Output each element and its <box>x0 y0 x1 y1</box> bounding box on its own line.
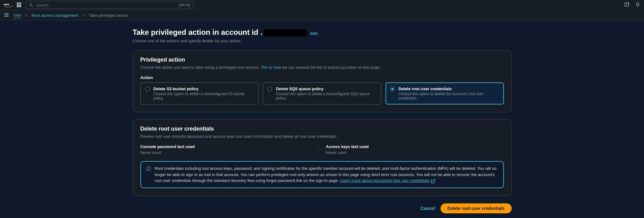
breadcrumb-iam[interactable]: IAM <box>14 13 21 18</box>
option-desc: Choose this option to delete a misconfig… <box>276 92 377 100</box>
breadcrumb-root-access[interactable]: Root access management <box>31 13 78 18</box>
option-title: Delete S3 bucket policy <box>153 86 254 91</box>
info-link[interactable]: Info <box>310 31 318 36</box>
info-alert: Root credentials including root access k… <box>140 161 504 188</box>
col-label: Console password last used <box>140 144 318 149</box>
learn-more-link[interactable]: Learn more about recovering root user cr… <box>340 178 435 183</box>
option-title: Delete SQS queue policy <box>276 86 377 91</box>
breadcrumb-bar: IAM Root access management Take privileg… <box>0 10 644 21</box>
external-link-icon <box>431 179 436 184</box>
col-value: Never used <box>326 150 504 155</box>
page-subtitle: Choose one of the actions and specify de… <box>133 39 512 43</box>
console-password-col: Console password last used Never used <box>140 144 318 155</box>
svg-text:aws: aws <box>4 3 9 6</box>
option-desc: Choose this option to delete a misconfig… <box>153 92 254 100</box>
info-icon <box>146 166 151 171</box>
radio-icon <box>267 87 272 91</box>
cancel-button[interactable]: Cancel <box>419 203 436 213</box>
svg-point-1 <box>30 3 32 6</box>
delete-credentials-button[interactable]: Delete root user credentials <box>441 203 511 213</box>
svg-line-10 <box>432 179 435 182</box>
tell-us-how-link[interactable]: Tell us how <box>261 65 281 70</box>
main-content: Take privileged action in account id . I… <box>0 21 644 218</box>
option-title: Delete root user credentials <box>399 86 499 91</box>
col-label: Access keys last used <box>326 144 504 149</box>
breadcrumb-current: Take privileged action <box>89 13 128 18</box>
page-title-row: Take privileged action in account id . I… <box>133 28 512 37</box>
delete-credentials-panel: Delete root user credentials Review root… <box>133 119 512 196</box>
redacted-account-id <box>264 30 307 36</box>
action-option-root-creds[interactable]: Delete root user credentials Choose this… <box>386 82 504 104</box>
option-desc: Choose this option to delete the account… <box>399 92 499 100</box>
global-search[interactable]: [Alt+S] <box>25 1 193 9</box>
panel-heading: Delete root user credentials <box>140 126 504 132</box>
col-value: Never used <box>140 150 318 155</box>
page-title: Take privileged action in account id . <box>133 28 307 37</box>
action-options: Delete S3 bucket policy Choose this opti… <box>140 82 504 104</box>
radio-icon <box>390 87 395 91</box>
action-option-sqs[interactable]: Delete SQS queue policy Choose this opti… <box>263 82 381 104</box>
alert-text: Root credentials including root access k… <box>155 165 498 184</box>
action-option-s3[interactable]: Delete S3 bucket policy Choose this opti… <box>140 82 259 104</box>
action-label: Action <box>140 75 504 80</box>
privileged-action-panel: Privileged action Choose the action you … <box>133 50 512 112</box>
svg-line-2 <box>32 6 33 7</box>
header-right-icons <box>624 2 640 8</box>
credentials-columns: Console password last used Never used Ac… <box>140 144 504 155</box>
top-header: aws [Alt+S] <box>0 0 644 10</box>
services-grid-icon[interactable] <box>17 2 22 7</box>
chevron-right-icon <box>25 14 27 17</box>
nav-menu-icon[interactable] <box>4 12 9 19</box>
cloudshell-icon[interactable] <box>624 2 629 8</box>
chevron-right-icon <box>83 14 84 17</box>
footer-buttons: Cancel Delete root user credentials <box>133 203 512 213</box>
notifications-icon[interactable] <box>635 2 640 8</box>
panel-description: Review root user console password and ac… <box>140 134 504 139</box>
search-icon <box>29 3 33 7</box>
panel-heading: Privileged action <box>140 57 504 63</box>
search-input[interactable] <box>33 3 179 7</box>
aws-logo[interactable]: aws <box>4 2 13 8</box>
svg-point-9 <box>148 167 148 168</box>
radio-icon <box>145 87 150 91</box>
access-keys-col: Access keys last used Never used <box>318 144 504 155</box>
panel-description: Choose the action you want to take using… <box>140 65 504 70</box>
search-shortcut: [Alt+S] <box>179 3 190 7</box>
